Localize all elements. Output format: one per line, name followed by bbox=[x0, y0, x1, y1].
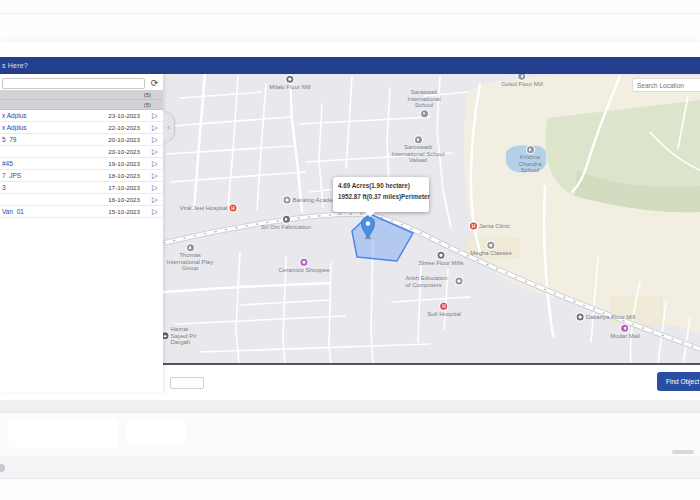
map-poi[interactable]: Megha Classes bbox=[470, 242, 511, 257]
find-object-button[interactable]: Find Object In bbox=[657, 372, 700, 391]
page-content-band bbox=[0, 412, 700, 456]
map-poi[interactable]: Ceramics Shoppee bbox=[278, 259, 329, 274]
poi-icon: H bbox=[229, 205, 236, 212]
play-icon[interactable]: ▷ bbox=[149, 158, 161, 169]
map-poi[interactable]: Krishna Chandra School bbox=[509, 146, 551, 174]
poi-label: Dakariya Flour Mill bbox=[586, 314, 636, 321]
object-group-header[interactable]: (5) bbox=[0, 100, 163, 110]
map-poi[interactable]: Shree Flour Mills bbox=[418, 252, 463, 267]
poi-icon: H bbox=[441, 303, 448, 310]
poi-label: Thomas International Play Group bbox=[164, 252, 216, 272]
poi-icon bbox=[415, 136, 422, 143]
poi-label: Krishna Chandra School bbox=[509, 154, 551, 174]
poi-icon bbox=[163, 333, 169, 340]
object-list: x Adplus 23-10-2023 ▷ x Adplus 22-10-202… bbox=[0, 110, 163, 218]
faded-card bbox=[126, 421, 186, 445]
poi-icon bbox=[301, 259, 308, 266]
app-window: s Here? ⟳ (5) (5) x Adplus 23-10-20 bbox=[0, 42, 700, 400]
selected-parcel-polygon[interactable] bbox=[352, 214, 413, 261]
play-icon[interactable]: ▷ bbox=[149, 206, 161, 217]
window-footer-strip: Find Object In bbox=[163, 367, 700, 392]
object-name: 7_JPS bbox=[2, 172, 94, 179]
object-list-row[interactable]: 20-10-2023 ▷ bbox=[0, 146, 163, 158]
poi-icon bbox=[287, 76, 294, 83]
poi-label: Modar Mall bbox=[610, 333, 640, 340]
poi-icon bbox=[487, 242, 494, 249]
object-date: 20-10-2023 bbox=[94, 136, 140, 143]
poi-icon bbox=[527, 146, 534, 153]
map-poi[interactable]: Saroswadi International School Valsad bbox=[389, 136, 447, 164]
map-poi[interactable]: Modar Mall bbox=[610, 325, 640, 340]
object-group-header[interactable]: (5) bbox=[0, 90, 163, 100]
object-list-row[interactable]: 3 17-10-2023 ▷ bbox=[0, 182, 163, 194]
map-basemap bbox=[163, 74, 700, 365]
poi-label: Hazrat Sayed Pir Dargah bbox=[171, 326, 207, 346]
object-name: x Adplus bbox=[2, 112, 94, 119]
play-icon[interactable]: ▷ bbox=[149, 110, 161, 121]
sidebar-search-row: ⟳ bbox=[0, 74, 163, 90]
page-divider-top bbox=[0, 13, 700, 14]
play-icon[interactable]: ▷ bbox=[149, 146, 161, 157]
map-canvas[interactable]: Milaki Flour Mill Saraswati Internationa… bbox=[163, 74, 700, 365]
poi-label: Saroswadi International School Valsad bbox=[389, 144, 447, 164]
object-list-row[interactable]: #45 19-10-2023 ▷ bbox=[0, 158, 163, 170]
map-poi[interactable]: Saraswati International School bbox=[398, 89, 450, 117]
object-date: 23-10-2023 bbox=[94, 112, 140, 119]
object-list-row[interactable]: 5_79 20-10-2023 ▷ bbox=[0, 134, 163, 146]
object-name: x Adplus bbox=[2, 124, 94, 131]
map-poi[interactable]: Hazrat Sayed Pir Dargah bbox=[163, 326, 207, 346]
play-icon[interactable]: ▷ bbox=[149, 170, 161, 181]
faded-text-bar bbox=[672, 450, 694, 454]
group-count-badge: (5) bbox=[144, 92, 151, 98]
sidebar-panel: ⟳ (5) (5) x Adplus 23-10-2023 ▷ x Adplus bbox=[0, 74, 163, 392]
object-list-row[interactable]: x Adplus 23-10-2023 ▷ bbox=[0, 110, 163, 122]
object-name: #45 bbox=[2, 160, 94, 167]
poi-label: Gokul Flour Mill bbox=[501, 81, 543, 88]
map-poi[interactable]: H Janta Clinic bbox=[470, 223, 510, 230]
poi-icon bbox=[282, 216, 289, 223]
map-search-location-input[interactable] bbox=[632, 78, 700, 92]
poi-icon bbox=[519, 74, 526, 80]
object-date: 15-10-2023 bbox=[94, 208, 140, 215]
map-poi[interactable]: Arish Education of Computers bbox=[406, 275, 463, 288]
poi-label: Milaki Flour Mill bbox=[269, 84, 310, 91]
poi-icon bbox=[577, 314, 584, 321]
map-poi[interactable]: Thomas International Play Group bbox=[164, 244, 216, 272]
object-date: 16-10-2023 bbox=[94, 196, 140, 203]
map-poi[interactable]: H Sufi Hospital bbox=[427, 303, 461, 318]
play-icon[interactable]: ▷ bbox=[149, 134, 161, 145]
play-icon[interactable]: ▷ bbox=[149, 122, 161, 133]
map-poi[interactable]: Banking Academy bbox=[283, 197, 340, 204]
poi-icon bbox=[622, 325, 629, 332]
object-list-row[interactable]: Van_01 15-10-2023 ▷ bbox=[0, 206, 163, 218]
map-poi[interactable]: H Viral Jeel Hospital bbox=[180, 205, 237, 212]
poi-label: Viral Jeel Hospital bbox=[180, 205, 228, 212]
faded-card bbox=[8, 419, 118, 447]
object-list-row[interactable]: 7_JPS 18-10-2023 ▷ bbox=[0, 170, 163, 182]
object-list-row[interactable]: 16-10-2023 ▷ bbox=[0, 194, 163, 206]
parcel-area-value: 4.69 Acres(1.90 hectare) bbox=[338, 182, 424, 189]
map-poi[interactable]: Sri Om Fabrication bbox=[261, 216, 311, 231]
object-search-input[interactable] bbox=[2, 78, 145, 89]
object-date: 17-10-2023 bbox=[94, 184, 140, 191]
page-bottom-band bbox=[0, 478, 700, 500]
object-name: 3 bbox=[2, 184, 94, 191]
group-count-badge: (5) bbox=[144, 102, 151, 108]
page-strip-band bbox=[0, 456, 700, 478]
object-group-list: (5) (5) bbox=[0, 90, 163, 110]
refresh-icon[interactable]: ⟳ bbox=[148, 77, 161, 89]
map-poi[interactable]: Dakariya Flour Mill bbox=[577, 314, 636, 321]
play-icon[interactable]: ▷ bbox=[149, 182, 161, 193]
poi-icon-glyph: H bbox=[472, 223, 475, 230]
app-title: s Here? bbox=[0, 62, 28, 69]
object-name: Van_01 bbox=[2, 208, 94, 215]
footer-small-input[interactable] bbox=[170, 377, 204, 389]
poi-label: Sri Om Fabrication bbox=[261, 224, 311, 231]
object-list-row[interactable]: x Adplus 22-10-2023 ▷ bbox=[0, 122, 163, 134]
poi-icon bbox=[437, 252, 444, 259]
poi-label: Arish Education of Computers bbox=[406, 275, 454, 288]
play-icon[interactable]: ▷ bbox=[149, 194, 161, 205]
map-poi[interactable]: Gokul Flour Mill bbox=[501, 74, 543, 87]
map-poi[interactable]: Milaki Flour Mill bbox=[269, 76, 310, 91]
page-gap-band bbox=[0, 400, 700, 412]
